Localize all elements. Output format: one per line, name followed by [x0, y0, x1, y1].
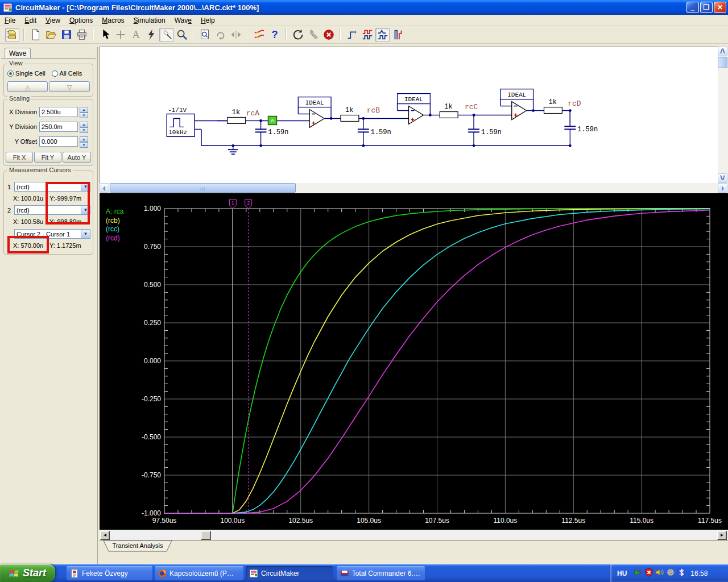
- restore-button[interactable]: ❐: [700, 2, 713, 13]
- probe-tool-button[interactable]: [159, 28, 173, 42]
- schematic-vscrollbar[interactable]: ˄ ˅: [718, 47, 728, 183]
- scroll-left-icon[interactable]: ‹: [100, 183, 109, 193]
- cell-down-button[interactable]: ▽: [49, 81, 90, 92]
- clock: 16:58: [690, 569, 708, 577]
- close-button[interactable]: ✕: [714, 2, 726, 13]
- plus-tool-button[interactable]: [113, 28, 127, 42]
- start-button[interactable]: Start: [0, 564, 55, 582]
- y-division-spinner[interactable]: ▲▼: [80, 122, 88, 132]
- text-tool-button[interactable]: A: [129, 28, 143, 42]
- radio-dot[interactable]: [7, 70, 14, 77]
- legend-entry: (rcd): [106, 234, 120, 242]
- y-division-label: Y Division: [5, 123, 37, 130]
- taskbar-task-1[interactable]: Fekete Özvegy: [67, 566, 152, 580]
- parts-browser-icon: [6, 28, 19, 41]
- waveform-hscrollbar[interactable]: ◄ ►: [100, 530, 728, 540]
- open-file-button[interactable]: [44, 28, 58, 42]
- cursor-diff-y-value: Y: 1.1725m: [49, 242, 81, 249]
- menu-item-file[interactable]: File: [0, 15, 20, 26]
- help-button[interactable]: ?: [267, 28, 282, 42]
- view-group-label: View: [7, 60, 24, 66]
- schematic-hthumb[interactable]: |||: [110, 183, 296, 193]
- minimize-button[interactable]: _: [686, 2, 699, 13]
- tab-transient-analysis[interactable]: Transient Analysis: [103, 541, 172, 552]
- reset-button[interactable]: [291, 28, 305, 42]
- update-icon[interactable]: [666, 568, 675, 579]
- menu-item-help[interactable]: Help: [196, 15, 220, 26]
- search-doc-button[interactable]: [198, 28, 212, 42]
- print-icon: [76, 28, 88, 41]
- x-tick-label: 110.0us: [493, 517, 517, 525]
- scope-mixed-icon: [392, 28, 404, 41]
- search-doc-icon: [199, 28, 212, 41]
- cell-up-button[interactable]: △: [7, 81, 48, 92]
- waveform-plot[interactable]: 1.0000.7500.5000.2500.000-0.250-0.500-0.…: [100, 193, 728, 530]
- auto-y-button[interactable]: Auto Y: [63, 152, 91, 163]
- radio-single-cell[interactable]: Single Cell: [7, 70, 46, 77]
- y-division-input[interactable]: [39, 122, 78, 132]
- transient-chart[interactable]: 1.0000.7500.5000.2500.000-0.250-0.500-0.…: [100, 193, 728, 530]
- y-offset-input[interactable]: [39, 136, 78, 147]
- zoom-tool-button[interactable]: [175, 28, 189, 42]
- menu-item-macros[interactable]: Macros: [97, 15, 129, 26]
- svg-text:1k: 1k: [232, 109, 240, 117]
- radio-all-cells[interactable]: All Cells: [52, 70, 82, 77]
- scope-multi-button[interactable]: [375, 28, 390, 42]
- scroll-right-icon[interactable]: ►: [717, 531, 727, 540]
- x-tick-label: 97.50us: [152, 517, 177, 525]
- text-tool-icon: A: [130, 28, 142, 41]
- window-title: CircuitMaker - [C:\Program Files\Circuit…: [15, 3, 259, 12]
- scroll-down-icon[interactable]: ˅: [718, 173, 727, 183]
- graphics-tool-icon[interactable]: [634, 568, 643, 579]
- save-file-button[interactable]: [59, 28, 73, 42]
- scroll-up-icon[interactable]: ˄: [718, 47, 727, 56]
- volume-icon[interactable]: [655, 568, 664, 579]
- schematic-vthumb[interactable]: [718, 57, 727, 68]
- scroll-left-icon[interactable]: ◄: [100, 531, 110, 540]
- taskbar-task-4[interactable]: Total Commander 6.5...: [337, 566, 425, 580]
- bluetooth-icon[interactable]: [677, 568, 686, 579]
- print-button[interactable]: [75, 28, 89, 42]
- x-division-spinner[interactable]: ▲▼: [80, 107, 88, 117]
- scope-step-button[interactable]: [345, 28, 359, 42]
- waveform-hthumb[interactable]: [201, 531, 211, 540]
- y-offset-spinner[interactable]: ▲▼: [80, 136, 88, 147]
- fit-x-button[interactable]: Fit X: [6, 152, 33, 163]
- help-icon: ?: [268, 28, 281, 41]
- scroll-right-icon[interactable]: ›: [718, 183, 727, 193]
- radio-dot[interactable]: [52, 70, 58, 77]
- scope-multi-icon: [377, 28, 389, 41]
- taskbar-task-3[interactable]: CircuitMaker: [246, 566, 333, 580]
- scope-square-button[interactable]: [360, 28, 374, 42]
- digital-switch-button[interactable]: [252, 28, 266, 42]
- menu-item-view[interactable]: View: [41, 15, 65, 26]
- stop-simulation-button[interactable]: [321, 28, 336, 42]
- wrench-button[interactable]: [306, 28, 320, 42]
- menu-item-simulation[interactable]: Simulation: [129, 15, 170, 26]
- mirror-button[interactable]: [229, 28, 243, 42]
- security-shield-icon[interactable]: [644, 568, 653, 579]
- y-tick-label: -0.250: [142, 395, 161, 403]
- rotate-button[interactable]: [213, 28, 228, 42]
- save-file-icon: [60, 28, 73, 41]
- fit-y-button[interactable]: Fit Y: [34, 152, 61, 163]
- schematic-canvas[interactable]: -1/1V10kHz1krcA1.59nIDEALA1krcB1.59nIDEA…: [100, 47, 718, 183]
- scope-mixed-button[interactable]: [391, 28, 405, 42]
- new-file-button[interactable]: [28, 28, 43, 42]
- wire-tool-button[interactable]: [144, 28, 158, 42]
- plus-tool-icon: [114, 28, 127, 41]
- menu-item-wave[interactable]: Wave: [170, 15, 196, 26]
- app-icon: [3, 3, 13, 13]
- task-label: Kapcsolóüzemű (PWM...: [169, 569, 240, 577]
- tab-wave[interactable]: Wave: [5, 48, 31, 59]
- svg-text:1k: 1k: [444, 103, 452, 111]
- cursor-tool-button[interactable]: [98, 28, 112, 42]
- parts-browser-button[interactable]: [5, 28, 19, 42]
- language-indicator[interactable]: HU: [610, 569, 634, 577]
- taskbar-task-2[interactable]: Kapcsolóüzemű (PWM...: [155, 566, 243, 580]
- x-division-input[interactable]: [39, 107, 78, 117]
- svg-text:rcA: rcA: [246, 109, 260, 118]
- schematic-hscrollbar[interactable]: ‹ ||| ›: [100, 183, 728, 193]
- menu-item-options[interactable]: Options: [65, 15, 97, 26]
- menu-item-edit[interactable]: Edit: [20, 15, 41, 26]
